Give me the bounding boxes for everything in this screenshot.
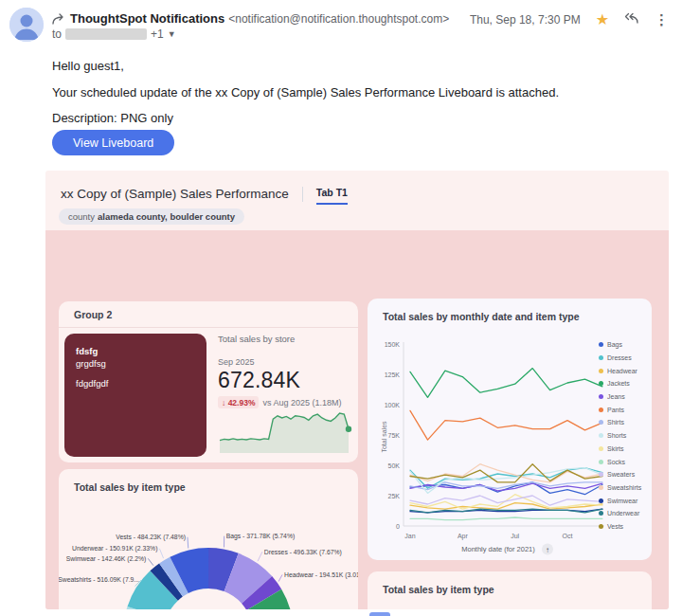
svg-text:25K: 25K: [388, 493, 401, 499]
legend-item[interactable]: Skirts: [599, 443, 646, 456]
to-label: to: [52, 27, 62, 41]
legend-item[interactable]: Underwear: [599, 507, 646, 520]
donut-slice-label: Underwear - 150.91K (2.33%): [72, 545, 157, 553]
note-line-1: fdsfg: [76, 345, 195, 357]
note-tile: fdsfg grgdfsg fdgdfgdf: [64, 334, 206, 457]
filter-name: county: [68, 211, 95, 222]
kpi-period: Sep 2025: [218, 357, 350, 367]
legend-item[interactable]: Swimwear: [599, 494, 646, 507]
legend-dot: [599, 524, 603, 529]
group-2-card: Group 2 fdsfg grgdfsg fdgdfgdf Total sal…: [59, 301, 358, 462]
y-axis-label: Total sales: [381, 421, 387, 453]
legend-item[interactable]: Pants: [599, 403, 646, 416]
legend-dot: [599, 381, 603, 386]
svg-text:50K: 50K: [388, 462, 401, 469]
kpi-sparkline: [218, 394, 352, 457]
legend-label: Sweaters: [607, 471, 635, 478]
view-liveboard-button[interactable]: View Liveboard: [52, 130, 174, 155]
legend-dot: [599, 472, 603, 477]
legend-item[interactable]: Sweatshirts: [599, 481, 646, 495]
liveboard-panel: Group 2 fdsfg grgdfsg fdgdfgdf Total sal…: [45, 230, 669, 609]
legend-item[interactable]: Vests: [599, 520, 646, 534]
svg-text:Apr: Apr: [458, 533, 469, 540]
legend-dot: [599, 511, 603, 516]
kpi-value: 672.84K: [218, 368, 350, 393]
legend-dot: [599, 485, 603, 490]
recipient-extra: +1: [151, 27, 164, 41]
filter-values: alameda county, boulder county: [98, 211, 235, 222]
group-title: Group 2: [74, 309, 112, 320]
reply-all-icon[interactable]: [624, 11, 639, 28]
legend-dot: [599, 420, 603, 425]
svg-text:Oct: Oct: [563, 533, 573, 539]
legend-item[interactable]: Bags: [599, 338, 646, 352]
legend-item[interactable]: Jackets: [599, 377, 646, 390]
email-date: Thu, Sep 18, 7:30 PM: [470, 13, 581, 27]
legend-label: Dresses: [607, 354, 632, 361]
donut-chart-card: Total sales by item type Vests - 484.23K…: [59, 469, 358, 609]
donut-chart: Vests - 484.23K (7.48%)Underwear - 150.9…: [59, 496, 358, 609]
legend-item[interactable]: Headwear: [599, 364, 646, 377]
legend-label: Swimwear: [607, 498, 637, 504]
more-options-icon[interactable]: ⋮: [655, 11, 669, 28]
donut-chart-title: Total sales by item type: [74, 481, 186, 493]
donut-slice-label: Dresses - 496.33K (7.67%): [264, 549, 342, 556]
legend-label: Bags: [607, 341, 622, 348]
legend-item[interactable]: Shirts: [599, 416, 646, 429]
line-chart: 025K50K75K100K125K150KJanAprJulOctTotal …: [379, 333, 604, 558]
line-chart-title: Total sales by monthly date and item typ…: [383, 311, 580, 322]
legend-label: Jackets: [607, 380, 630, 387]
donut-slice-label: Headwear - 194.51K (3.01%): [284, 571, 358, 579]
svg-text:75K: 75K: [388, 432, 401, 439]
note-line-2: grgdfsg: [76, 357, 195, 370]
note-line-3: fdgdfgdf: [76, 377, 195, 390]
legend-label: Skirts: [607, 445, 624, 452]
greeting-text: Hello guest1,: [52, 59, 124, 73]
bar-chart: 1M2M1.41M990.69K516.09K484.23K371.78K355…: [368, 600, 652, 609]
bar-chart-card: Total sales by item type 1M2M1.41M990.69…: [368, 571, 652, 609]
x-axis-label: Monthly date (for 2021): [461, 545, 535, 553]
divider: [302, 187, 303, 202]
legend-dot: [599, 394, 603, 399]
legend-dot: [599, 369, 603, 373]
legend-label: Sweatshirts: [607, 484, 641, 491]
legend-label: Jeans: [607, 393, 625, 400]
svg-text:Jul: Jul: [511, 533, 519, 539]
legend-item[interactable]: Sweaters: [599, 468, 646, 481]
donut-slice-label: Swimwear - 142.46K (2.2%): [66, 555, 147, 563]
sort-ascending-icon: ↑: [546, 546, 549, 554]
legend-item[interactable]: Socks: [599, 455, 646, 468]
gmail-email-view: ThoughtSpot Notifications<notification@n…: [0, 0, 682, 616]
legend-item[interactable]: Jeans: [599, 390, 646, 404]
svg-text:150K: 150K: [385, 341, 401, 348]
star-icon[interactable]: ★: [596, 12, 609, 27]
legend-dot: [599, 498, 603, 503]
legend-label: Shirts: [607, 419, 624, 426]
legend-item[interactable]: Shorts: [599, 429, 646, 443]
bar-chart-title: Total sales by item type: [383, 584, 494, 595]
line-chart-card: Total sales by monthly date and item typ…: [368, 299, 652, 560]
group-header: Group 2: [59, 301, 358, 328]
legend-dot: [599, 355, 603, 360]
tab-t1[interactable]: Tab T1: [316, 187, 348, 205]
liveboard-image: xx Copy of (Sample) Sales Performance Ta…: [45, 171, 669, 609]
person-icon: [9, 8, 44, 42]
donut-slice-label: Sweatshirts - 516.09K (7.9...: [59, 576, 139, 584]
recipient-redacted: [65, 28, 147, 40]
legend-dot: [599, 446, 603, 451]
svg-text:Jan: Jan: [404, 533, 415, 539]
legend-dot: [599, 342, 603, 347]
svg-text:0: 0: [396, 523, 400, 530]
chart-legend: BagsDressesHeadwearJacketsJeansPantsShir…: [599, 338, 646, 533]
legend-label: Underwear: [607, 510, 639, 516]
filter-chip-county[interactable]: countyalameda county, boulder county: [59, 208, 244, 225]
body-text: Your scheduled update of the xx Copy of …: [52, 85, 559, 100]
donut-slice-label: Vests - 484.23K (7.48%): [116, 534, 186, 541]
legend-dot: [599, 433, 603, 438]
svg-text:100K: 100K: [385, 402, 401, 408]
show-details-icon[interactable]: ▼: [168, 29, 176, 39]
sender-address: <notification@notification.thoughtspot.c…: [228, 12, 449, 26]
legend-item[interactable]: Dresses: [599, 352, 646, 365]
avatar[interactable]: [9, 8, 44, 42]
sender-name: ThoughtSpot Notifications: [70, 11, 224, 26]
